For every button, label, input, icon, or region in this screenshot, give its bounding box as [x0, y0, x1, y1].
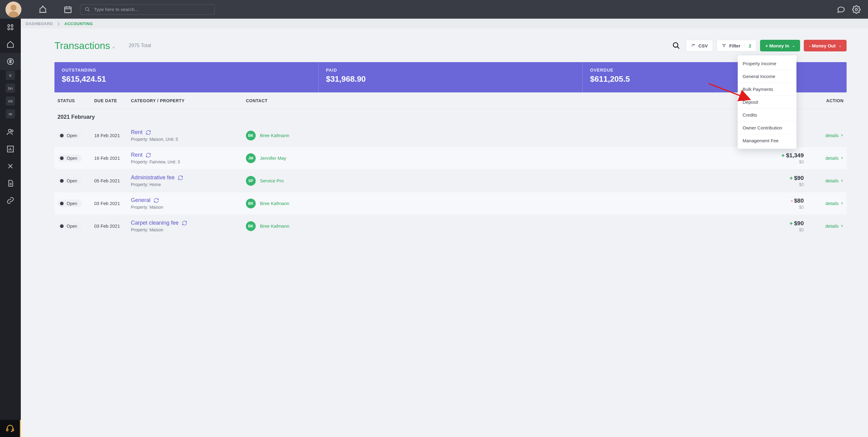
status-badge[interactable]: Open [58, 177, 82, 184]
summary-label: OVERDUE [590, 68, 839, 72]
dd-bulk-payments[interactable]: Bulk Payments [738, 83, 797, 96]
details-link[interactable]: details [826, 155, 843, 161]
amount-sub: $0 [338, 182, 804, 187]
due-date: 05 Feb 2021 [94, 178, 131, 183]
sidebar-sub-re[interactable]: re [6, 109, 15, 118]
sidebar-item-link[interactable] [0, 192, 21, 209]
sidebar-item-support[interactable] [0, 420, 21, 437]
details-link[interactable]: details [826, 201, 843, 206]
transaction-title[interactable]: General [131, 197, 246, 204]
status-badge[interactable]: Open [58, 223, 82, 230]
amount: +$1,349 [338, 152, 804, 159]
chevron-right-icon [840, 156, 843, 159]
sidebar-item-accounting[interactable] [0, 53, 21, 70]
breadcrumb-dashboard[interactable]: DASHBOARD [26, 22, 53, 26]
recurring-icon [154, 198, 159, 203]
property-subtitle: Property: Maison, Unit: 5 [131, 137, 246, 142]
sidebar-sub-mt[interactable]: mt [6, 96, 15, 106]
svg-rect-26 [12, 429, 14, 431]
transaction-title[interactable]: Rent [131, 129, 246, 136]
details-link[interactable]: details [826, 133, 843, 138]
dd-management-fee[interactable]: Management Fee [738, 134, 797, 147]
chat-icon[interactable] [835, 3, 847, 16]
details-link[interactable]: details [826, 178, 843, 183]
contact-avatar[interactable]: BK [246, 221, 256, 231]
property-subtitle: Property: Fairview, Unit: 3 [131, 159, 246, 164]
dd-deposit[interactable]: Deposit [738, 96, 797, 109]
status-text: Open [67, 133, 77, 138]
sidebar-item-documents[interactable] [0, 175, 21, 192]
col-category[interactable]: CATEGORY / PROPERTY [131, 98, 246, 103]
svg-point-1 [10, 5, 17, 11]
status-badge[interactable]: Open [58, 132, 82, 139]
svg-point-18 [11, 130, 13, 132]
property-subtitle: Property: Maison [131, 227, 246, 232]
contact-name[interactable]: Bree Kafmann [260, 133, 289, 138]
contact-avatar[interactable]: BK [246, 199, 256, 208]
status-badge[interactable]: Open [58, 200, 82, 207]
svg-point-17 [8, 129, 11, 132]
transaction-title[interactable]: Rent [131, 152, 246, 158]
sidebar: tr bn mt re [0, 19, 21, 437]
svg-point-13 [11, 25, 13, 27]
status-badge[interactable]: Open [58, 154, 82, 162]
contact-name[interactable]: Jennifer May [260, 155, 286, 161]
summary-label: PAID [326, 68, 575, 72]
filter-button[interactable]: Filter 2 [717, 40, 756, 51]
search-input[interactable] [94, 7, 210, 12]
col-contact[interactable]: CONTACT [246, 98, 338, 103]
contact-avatar[interactable]: BK [246, 131, 256, 141]
amount-sub: $0 [338, 205, 804, 210]
page-title[interactable]: Transactions ▾ [55, 40, 115, 51]
table-search-button[interactable] [670, 39, 682, 52]
table-row: Open 16 Feb 2021 Rent Property: Fairview… [55, 147, 846, 169]
sidebar-item-home[interactable] [0, 36, 21, 53]
sidebar-item-reports[interactable] [0, 141, 21, 157]
settings-icon[interactable] [850, 3, 863, 16]
status-dot-icon [60, 156, 64, 160]
contact-name[interactable]: Bree Kafmann [260, 201, 289, 206]
dd-credits[interactable]: Credits [738, 109, 797, 121]
timer-icon[interactable] [37, 3, 49, 16]
chevron-down-icon: ⌄ [792, 44, 795, 48]
property-subtitle: Property: Maison [131, 205, 246, 210]
money-out-button[interactable]: - Money Out ⌄ [804, 40, 846, 51]
contact-avatar[interactable]: JM [246, 153, 256, 163]
export-csv-button[interactable]: CSV [686, 40, 713, 51]
summary-strip: OUTSTANDING $615,424.51 PAID $31,968.90 … [55, 62, 846, 92]
summary-value: $611,205.5 [590, 75, 839, 84]
contact-name[interactable]: Service Pro [260, 178, 284, 183]
chevron-right-icon [840, 202, 843, 205]
user-avatar[interactable] [5, 2, 22, 18]
filter-count: 2 [745, 43, 751, 48]
calendar-icon[interactable] [62, 3, 74, 16]
summary-overdue[interactable]: OVERDUE $611,205.5 [583, 62, 846, 92]
transaction-title[interactable]: Administrative fee [131, 174, 246, 181]
dd-owner-contribution[interactable]: Owner Contribution [738, 121, 797, 134]
breadcrumb-accounting[interactable]: ACCOUNTING [65, 22, 93, 26]
sidebar-item-maintenance[interactable] [0, 157, 21, 175]
recurring-icon [182, 220, 187, 226]
transaction-title[interactable]: Carpet cleaning fee [131, 220, 246, 226]
contact-name[interactable]: Bree Kafmann [260, 224, 289, 229]
property-subtitle: Property: Home [131, 182, 246, 187]
contact-avatar[interactable]: SP [246, 176, 256, 186]
col-action[interactable]: ACTION [810, 98, 843, 103]
summary-paid[interactable]: PAID $31,968.90 [319, 62, 583, 92]
amount-sub: $0 [338, 227, 804, 232]
summary-outstanding[interactable]: OUTSTANDING $615,424.51 [55, 62, 319, 92]
table-row: Open 03 Feb 2021 General Property: Maiso… [55, 192, 846, 214]
dd-property-income[interactable]: Property Income [738, 57, 797, 70]
col-status[interactable]: STATUS [58, 98, 94, 103]
sidebar-item-apps[interactable] [0, 19, 21, 36]
sidebar-sub-tr[interactable]: tr [6, 71, 15, 80]
details-link[interactable]: details [826, 224, 843, 229]
global-search[interactable] [80, 4, 215, 15]
col-due-date[interactable]: DUE DATE [94, 98, 131, 103]
sidebar-sub-bn[interactable]: bn [6, 84, 15, 93]
breadcrumb: DASHBOARD ❯ ACCOUNTING [21, 19, 868, 28]
dd-general-income[interactable]: General Income [738, 70, 797, 83]
money-in-button[interactable]: + Money In ⌄ [760, 40, 800, 51]
sidebar-item-people[interactable] [0, 123, 21, 141]
status-text: Open [67, 156, 77, 161]
